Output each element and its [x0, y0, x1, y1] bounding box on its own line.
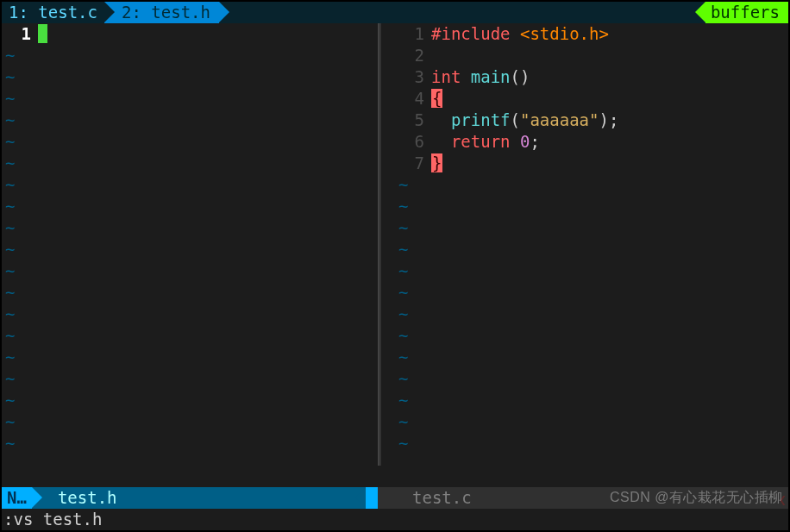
line-number: 4 — [395, 88, 431, 110]
line-number: 1 — [2, 23, 38, 45]
empty-line-tilde: ~ — [2, 433, 15, 454]
empty-line-tilde: ~ — [2, 153, 15, 174]
statusline-tail — [366, 487, 378, 509]
empty-line-tilde: ~ — [2, 131, 15, 153]
empty-line-tilde: ~ — [395, 217, 408, 239]
token-header: <stdio.h> — [511, 24, 609, 43]
token-ident: main — [461, 67, 510, 86]
empty-line-tilde: ~ — [395, 239, 408, 260]
code-line[interactable]: 2 — [395, 45, 788, 66]
split-gutter — [379, 23, 395, 466]
empty-line-tilde: ~ — [2, 174, 15, 196]
buffer-tab-2[interactable]: 2: test.h — [104, 2, 219, 23]
empty-line-tilde: ~ — [395, 347, 408, 368]
empty-line-tilde: ~ — [2, 260, 15, 282]
current-line-highlight — [431, 153, 788, 174]
empty-line-tilde: ~ — [395, 196, 408, 217]
empty-line-tilde: ~ — [2, 347, 15, 368]
buffer-tab-number: 1: — [9, 2, 28, 23]
empty-line-tilde: ~ — [2, 239, 15, 260]
token-keyword: return — [451, 132, 511, 151]
token-preproc: #include — [431, 24, 511, 43]
empty-line-tilde: ~ — [2, 88, 15, 110]
code-line[interactable]: 1 #include <stdio.h> — [395, 23, 788, 45]
command-text: :vs test.h — [3, 509, 102, 530]
empty-line-tilde: ~ — [2, 325, 15, 347]
statusline-filename: test.c — [395, 487, 472, 509]
token-string: "aaaaaa" — [520, 110, 599, 129]
buffers-label: buffers — [705, 2, 788, 23]
line-number: 5 — [395, 110, 431, 131]
empty-line-tilde: ~ — [395, 174, 408, 196]
empty-line-tilde: ~ — [2, 45, 15, 66]
code-line[interactable]: 1 — [2, 23, 378, 45]
buffers-indicator[interactable]: buffers — [695, 2, 788, 23]
statusline-active: N… test.h — [2, 487, 378, 509]
editor-splits: 1 ~ ~ ~ ~ ~ ~ ~ ~ ~ ~ ~ ~ ~ ~ ~ ~ ~ ~ ~ — [2, 23, 788, 466]
empty-line-tilde: ~ — [395, 433, 408, 454]
statusline-split — [378, 487, 395, 509]
code-line[interactable]: 4 { — [395, 88, 788, 110]
statusline-filename: test.h — [42, 487, 117, 509]
tab-separator-icon — [695, 2, 705, 22]
token-brace: { — [431, 89, 442, 108]
watermark-text: CSDN @有心栽花无心插柳 — [610, 486, 783, 508]
empty-line-tilde: ~ — [395, 260, 408, 282]
empty-line-tilde: ~ — [395, 390, 408, 411]
separator-icon — [32, 487, 42, 508]
token-brace: } — [431, 153, 442, 172]
mode-indicator: N… — [2, 487, 32, 509]
empty-line-tilde: ~ — [2, 196, 15, 217]
cursor-icon — [38, 24, 47, 43]
token-punct: () — [511, 67, 530, 86]
code-line[interactable]: 5 printf("aaaaaa"); — [395, 110, 788, 131]
separator-icon — [355, 487, 366, 508]
buffer-tab-number: 2: — [122, 2, 141, 23]
empty-line-tilde: ~ — [395, 304, 408, 325]
tab-separator-icon — [219, 2, 229, 22]
buffer-tab-label: test.c — [38, 2, 97, 23]
tab-separator-icon — [104, 2, 115, 22]
vim-terminal: 1: test.c 2: test.h buffers 1 ~ ~ ~ ~ ~ — [2, 2, 788, 530]
line-number: 2 — [395, 45, 431, 66]
empty-line-tilde: ~ — [395, 411, 408, 433]
token-number: 0 — [520, 132, 530, 151]
empty-line-tilde: ~ — [2, 390, 15, 411]
code-line[interactable]: 3 int main() — [395, 66, 788, 88]
empty-line-tilde: ~ — [2, 66, 15, 88]
empty-line-tilde: ~ — [2, 282, 15, 304]
code-line[interactable]: 6 return 0; — [395, 131, 788, 153]
line-number: 3 — [395, 66, 431, 88]
editor-pane-right[interactable]: 1 #include <stdio.h> 2 3 int main() 4 { … — [395, 23, 788, 466]
buffer-tab-label: test.h — [151, 2, 210, 23]
buffer-tabbar: 1: test.c 2: test.h buffers — [2, 2, 788, 23]
command-line[interactable]: :vs test.h — [2, 509, 788, 530]
token-punct: ( — [511, 110, 520, 129]
empty-line-tilde: ~ — [2, 217, 15, 239]
empty-line-tilde: ~ — [2, 110, 15, 131]
empty-line-tilde: ~ — [395, 325, 408, 347]
buffer-tab-1[interactable]: 1: test.c — [2, 2, 104, 23]
token-keyword: int — [431, 67, 461, 86]
empty-line-tilde: ~ — [395, 282, 408, 304]
line-number: 6 — [395, 131, 431, 153]
token-ident: printf — [451, 110, 511, 129]
line-number: 7 — [395, 153, 431, 174]
empty-line-tilde: ~ — [2, 368, 15, 390]
empty-line-tilde: ~ — [2, 411, 15, 433]
line-number: 1 — [395, 23, 431, 45]
code-line[interactable]: 7 } — [395, 153, 788, 174]
empty-line-tilde: ~ — [395, 368, 408, 390]
token-punct: ; — [530, 132, 539, 151]
empty-line-tilde: ~ — [2, 304, 15, 325]
token-punct: ); — [599, 110, 619, 129]
editor-pane-left[interactable]: 1 ~ ~ ~ ~ ~ ~ ~ ~ ~ ~ ~ ~ ~ ~ ~ ~ ~ ~ ~ — [2, 23, 378, 466]
